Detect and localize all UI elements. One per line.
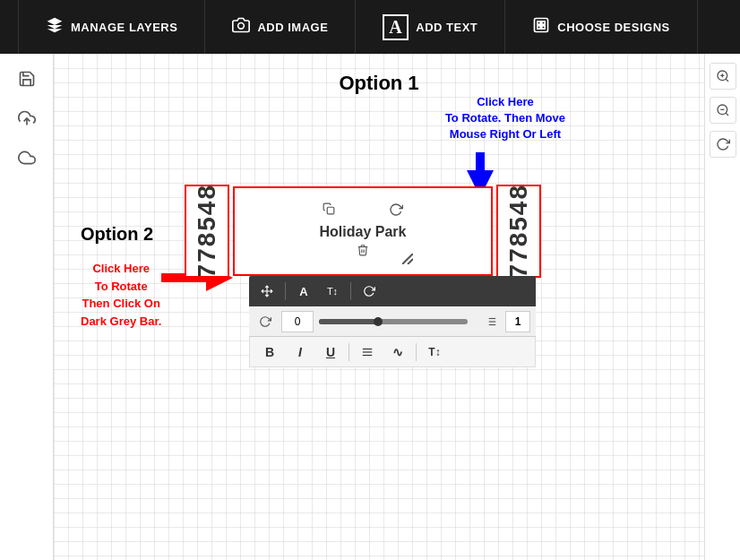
ticket-text[interactable]: Holiday Park (320, 224, 407, 240)
ticket-container[interactable]: 778548 (233, 186, 493, 276)
fmt-sep-1 (348, 343, 349, 361)
svg-line-26 (726, 113, 728, 116)
ticket-icons-row (323, 202, 403, 220)
zoom-out-button[interactable] (710, 97, 736, 124)
add-text-label: ADD TEXT (416, 21, 478, 34)
copy-icon[interactable] (323, 202, 335, 220)
svg-rect-4 (538, 25, 540, 28)
ticket-right-side: 778548 (496, 185, 541, 278)
ticket-main[interactable]: Holiday Park (233, 186, 493, 276)
zoom-in-button[interactable] (710, 63, 736, 90)
right-sidebar (704, 54, 740, 560)
resize-handle[interactable] (402, 253, 413, 267)
svg-line-22 (726, 79, 728, 82)
toolbar-sep-1 (285, 282, 286, 300)
upload-button[interactable] (11, 102, 43, 134)
count-badge: 1 (505, 311, 530, 332)
toolbar-rotate-btn[interactable] (357, 280, 382, 303)
toolbar-move-btn[interactable] (254, 280, 280, 303)
wave-button[interactable]: ∿ (385, 340, 410, 364)
annotation-blue: Click Here To Rotate. Then Move Mouse Ri… (445, 94, 565, 143)
toolbar-size-btn[interactable]: T↕ (320, 280, 345, 303)
align-button[interactable] (355, 340, 380, 364)
fmt-sep-2 (416, 343, 417, 361)
text-size-button[interactable]: T↕ (422, 340, 447, 364)
toolbar-input-row: 1 (249, 306, 536, 337)
nav-add-text[interactable]: A ADD TEXT (356, 0, 505, 54)
ticket-number-right: 778548 (504, 185, 533, 278)
ticket-number-left: 778548 (193, 185, 221, 278)
ticket-content: Holiday Park (320, 202, 407, 260)
toolbar-format: B I U ∿ T↕ (249, 337, 536, 367)
toolbar-text-btn[interactable]: A (291, 280, 316, 303)
rotate-icon[interactable] (389, 202, 403, 220)
save-button[interactable] (11, 63, 43, 95)
canvas-area[interactable]: Option 1 Click Here To Rotate. Then Move… (54, 54, 704, 560)
rotation-input[interactable] (281, 311, 314, 332)
option1-label: Option 1 (339, 72, 418, 95)
count-area: 1 (480, 311, 530, 332)
svg-rect-2 (538, 21, 540, 23)
toolbar-sep-2 (350, 282, 351, 300)
svg-rect-5 (542, 25, 545, 28)
designs-icon (532, 16, 550, 39)
italic-button[interactable]: I (288, 340, 313, 364)
annotation-red: Click Here To Rotate Then Click On Dark … (81, 260, 161, 330)
choose-designs-label: CHOOSE DESIGNS (557, 21, 669, 34)
underline-button[interactable]: U (318, 340, 343, 364)
main-area: Option 1 Click Here To Rotate. Then Move… (0, 54, 740, 560)
rotation-slider[interactable] (319, 319, 468, 324)
layers-icon (46, 16, 64, 39)
bold-button[interactable]: B (257, 340, 282, 364)
ticket-left-side: 778548 (185, 185, 229, 278)
top-navigation: MANAGE LAYERS ADD IMAGE A ADD TEXT CHOOS… (0, 0, 740, 54)
nav-add-image[interactable]: ADD IMAGE (205, 0, 356, 54)
delete-icon[interactable] (357, 245, 369, 259)
svg-point-0 (238, 22, 245, 29)
nav-manage-layers[interactable]: MANAGE LAYERS (18, 0, 205, 54)
camera-icon (232, 16, 250, 39)
manage-layers-label: MANAGE LAYERS (71, 21, 177, 34)
toolbar-dark[interactable]: A T↕ (249, 276, 536, 306)
svg-rect-3 (542, 21, 545, 23)
add-image-label: ADD IMAGE (257, 21, 328, 34)
nav-choose-designs[interactable]: CHOOSE DESIGNS (505, 0, 697, 54)
svg-rect-9 (327, 207, 334, 214)
rotate-reset-button[interactable] (710, 131, 736, 158)
svg-line-11 (408, 259, 413, 264)
list-icon[interactable] (480, 311, 502, 332)
left-sidebar (0, 54, 54, 560)
cloud-button[interactable] (11, 142, 43, 174)
text-icon: A (383, 14, 409, 40)
svg-line-10 (402, 254, 413, 264)
rotate-small-btn[interactable] (254, 311, 276, 332)
option2-label: Option 2 (81, 224, 153, 245)
